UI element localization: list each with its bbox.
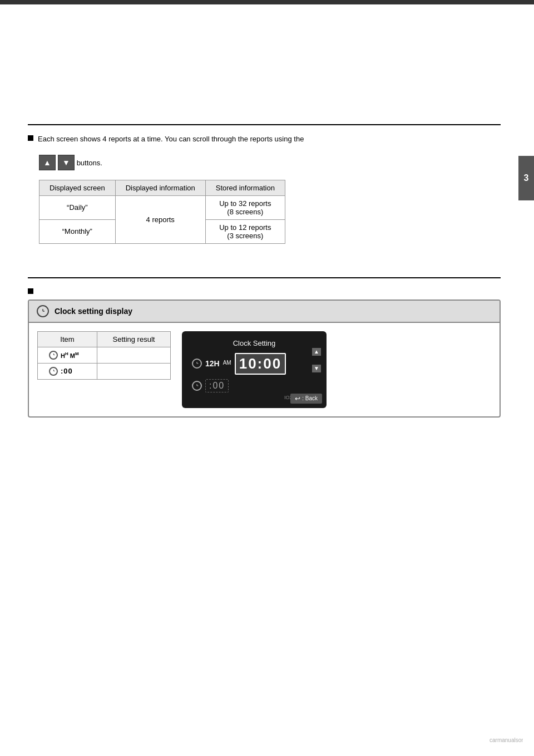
result-mm xyxy=(97,363,170,379)
table-row: “Daily” 4 reports Up to 32 reports(8 scr… xyxy=(39,195,285,219)
col-setting-result: Setting result xyxy=(97,331,170,347)
top-white-space xyxy=(28,16,501,116)
table-row: :00 xyxy=(38,363,171,379)
screen-daily: “Daily” xyxy=(39,195,116,219)
clock-am: AM xyxy=(223,360,231,366)
result-hm xyxy=(97,347,170,363)
side-tab-number: 3 xyxy=(524,173,529,183)
col-stored-info: Stored information xyxy=(205,180,285,195)
screen-arrow-up[interactable]: ▲ xyxy=(312,348,321,356)
table-row: HH MM xyxy=(38,347,171,363)
section2-bullet xyxy=(28,288,33,294)
col-displayed-screen: Displayed screen xyxy=(39,180,116,195)
clock-setting-body: Item Setting result xyxy=(29,323,500,416)
clock-items-table-container: Item Setting result xyxy=(37,331,171,380)
arrow-down-button[interactable]: ▼ xyxy=(58,155,75,170)
arrow-up-icon: ▲ xyxy=(43,158,51,167)
stored-monthly: Up to 12 reports(3 screens) xyxy=(205,219,285,243)
arrow-buttons: ▲ ▼ xyxy=(39,155,75,170)
back-button[interactable]: ↩ : Back xyxy=(290,394,322,404)
arrow-down-icon: ▼ xyxy=(62,158,70,167)
section1-bullet xyxy=(28,135,33,141)
clock-item-mm-icon: :00 xyxy=(49,367,86,376)
bottom-watermark: carmanualsonline.info xyxy=(490,734,523,745)
section1-intro-text: Each screen shows 4 reports at a time. Y… xyxy=(38,134,304,145)
section1-title: Each screen shows 4 reports at a time. Y… xyxy=(28,134,501,145)
clock-display-container: Clock Setting ▲ xyxy=(182,331,327,408)
section1-buttons-suffix: buttons. xyxy=(77,159,102,167)
clock-12h: 12H xyxy=(205,359,220,368)
clock-setting-box: Clock setting display Item Setting resul… xyxy=(28,300,501,418)
mini-clock-icon xyxy=(51,352,56,357)
screen-clock-svg xyxy=(194,361,200,366)
watermark-logo: carmanualsonline.info xyxy=(490,734,523,745)
screen-arrow-down-container: ▼ xyxy=(312,365,321,372)
screen-clock-icon-2 xyxy=(192,381,202,391)
screen-clock-icon xyxy=(192,359,202,369)
clock-display-screen: Clock Setting ▲ xyxy=(182,331,327,408)
clock-item-hm-icon: HH MM xyxy=(49,351,86,360)
displayed-reports: 4 reports xyxy=(115,195,205,243)
section2-title xyxy=(28,287,501,294)
page: 3 Each screen shows 4 reports at a time.… xyxy=(0,0,534,756)
clock-minutes-row: :00 xyxy=(192,379,317,392)
col-item: Item xyxy=(38,331,97,347)
top-bar xyxy=(0,0,534,4)
clock-time-digits: 10:00 xyxy=(235,353,286,375)
section2-divider xyxy=(28,277,501,278)
clock-minutes-display: :00 xyxy=(205,379,229,392)
screen-arrow-down[interactable]: ▼ xyxy=(312,365,321,372)
clock-time-row: 12H AM 10:00 xyxy=(192,353,317,375)
svg-text:carmanualsonline.info: carmanualsonline.info xyxy=(490,737,523,743)
arrow-up-button[interactable]: ▲ xyxy=(39,155,56,170)
reports-table: Displayed screen Displayed information S… xyxy=(39,180,285,244)
colon-mm-label: :00 xyxy=(61,367,73,375)
main-content: Each screen shows 4 reports at a time. Y… xyxy=(0,4,534,434)
col-displayed-info: Displayed information xyxy=(115,180,205,195)
side-tab: 3 xyxy=(518,156,534,200)
clock-setting-title: Clock Setting xyxy=(233,339,276,347)
clock-setting-label: Clock setting display xyxy=(55,307,132,316)
section1-divider xyxy=(28,124,501,125)
back-label: : Back xyxy=(302,395,318,401)
screen-clock-svg-2 xyxy=(194,383,200,389)
back-arrow-icon: ↩ xyxy=(295,395,300,402)
stored-daily: Up to 32 reports(8 screens) xyxy=(205,195,285,219)
mini-clock-icon-2 xyxy=(51,369,56,374)
item-hm: HH MM xyxy=(38,347,97,363)
hm-label: HH MM xyxy=(61,351,79,359)
clock-items-table: Item Setting result xyxy=(37,331,171,380)
clock-setting-header: Clock setting display xyxy=(29,301,500,323)
clock-icon xyxy=(39,307,47,315)
item-mm: :00 xyxy=(38,363,97,379)
clock-display-title: Clock Setting xyxy=(192,339,317,347)
screen-monthly: “Monthly” xyxy=(39,219,116,243)
screen-arrow-up-container: ▲ xyxy=(312,348,321,356)
